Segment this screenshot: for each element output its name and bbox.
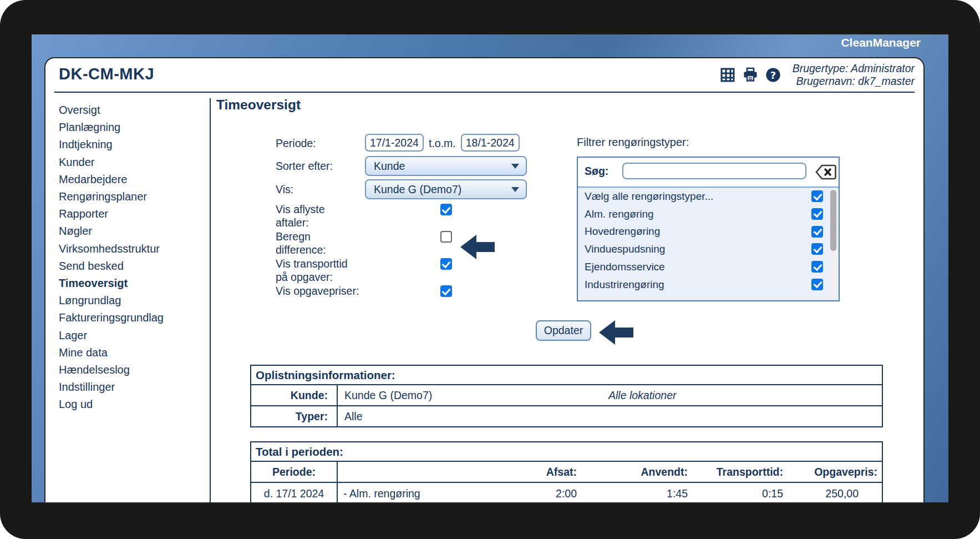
sidebar-item-faktureringsgrundlag[interactable]: Faktureringsgrundlag (59, 309, 204, 326)
header-tools: ? Brugertype: Administrator Brugernavn: … (720, 59, 915, 90)
filter-item-hovedrengoring[interactable]: Hovedrengøring (578, 223, 839, 241)
sidebar-item-mine-data[interactable]: Mine data (59, 344, 204, 361)
periode-row: Periode: t.o.m. (276, 134, 536, 156)
filter-checkbox-alm-rengoring[interactable] (811, 208, 823, 220)
filter-checkbox-industrirengoring[interactable] (811, 279, 823, 290)
cell-periode: d. 17/1 2024 (251, 483, 338, 502)
sidebar-item-lager[interactable]: Lager (59, 327, 204, 344)
cell-type: - Alm. rengøring (338, 483, 467, 502)
info-table-title: Oplistningsinformationer: (251, 366, 882, 385)
sidebar-item-log-ud[interactable]: Log ud (59, 396, 204, 413)
sidebar-item-rapporter[interactable]: Rapporter (59, 205, 204, 223)
clear-search-icon[interactable] (815, 164, 836, 180)
brand-logo: CleanManager (841, 36, 921, 49)
periode-label: Periode: (276, 134, 360, 153)
checkbox-beregn-difference[interactable] (440, 231, 452, 243)
sidebar-item-longrundlag[interactable]: Løngrundlag (59, 292, 204, 309)
col-header-transporttid: Transporttid: (689, 462, 784, 482)
print-icon[interactable] (743, 67, 758, 83)
chevron-down-icon (511, 164, 519, 169)
filter-item-label: Vinduespudsning (585, 243, 665, 255)
col-header-type (338, 462, 467, 482)
tom-label: t.o.m. (429, 134, 456, 153)
vis-row: Vis: Kunde G (Demo7) (276, 179, 536, 203)
info-kunde-note: Alle lokationer (608, 385, 676, 405)
user-info: Brugertype: Administrator Brugernavn: dk… (793, 62, 915, 88)
sidebar-item-send-besked[interactable]: Send besked (59, 258, 204, 275)
filter-list: Vælg alle rengøringstyper... Alm. rengør… (578, 188, 839, 300)
col-header-periode: Periode: (251, 462, 338, 482)
filter-item-label: Ejendomsservice (585, 261, 665, 273)
total-table: Total i perioden: Periode: Afsat: Anvend… (250, 441, 883, 502)
filter-checkbox-select-all[interactable] (811, 190, 823, 202)
sidebar-item-rengoringsplaner[interactable]: Rengøringsplaner (59, 188, 204, 205)
sorter-select[interactable]: Kunde (365, 156, 527, 176)
sidebar-item-planlaegning[interactable]: Planlægning (59, 119, 204, 136)
filter-item-label: Alm. rengøring (585, 208, 654, 220)
filter-item-industrirengoring[interactable]: Industrirengøring (578, 276, 839, 294)
col-header-afsat: Afsat: (467, 462, 578, 482)
filter-item-label: Vælg alle rengøringstyper... (585, 190, 713, 203)
vis-select[interactable]: Kunde G (Demo7) (365, 179, 527, 199)
filter-item-ejendomsservice[interactable]: Ejendomsservice (578, 258, 839, 276)
filter-search-row: Søg: (578, 158, 839, 188)
cell-transporttid: 0:15 (689, 483, 784, 502)
callout-arrow-opdater-icon (599, 320, 633, 345)
help-icon[interactable]: ? (765, 67, 781, 83)
sidebar-item-indstillinger[interactable]: Indstillinger (59, 379, 204, 396)
cell-opgavepris: 250,00 (784, 483, 882, 502)
periode-controls: t.o.m. (365, 134, 527, 153)
svg-text:?: ? (770, 69, 775, 81)
check-label-opgavepriser: Vis opgavepriser: (276, 284, 360, 298)
filter-item-alm-rengoring[interactable]: Alm. rengøring (578, 205, 839, 223)
filter-item-label: Industrirengøring (585, 279, 664, 291)
info-row-label: Kunde: (251, 385, 338, 405)
callout-arrow-beregn-icon (460, 235, 495, 259)
sidebar-item-kunder[interactable]: Kunder (59, 154, 204, 171)
filter-box: Søg: Vælg alle rengøringstyper... Alm. r… (577, 157, 840, 301)
update-button[interactable]: Opdater (536, 320, 591, 341)
sidebar-item-timeoversigt[interactable]: Timeoversigt (59, 275, 204, 292)
check-row-opgavepriser: Vis opgavepriser: (276, 284, 536, 311)
sidebar-item-oversigt[interactable]: Oversigt (59, 102, 204, 119)
sidebar-item-haendelseslog[interactable]: Hændelseslog (59, 361, 204, 379)
search-input[interactable] (622, 163, 806, 179)
vis-label: Vis: (276, 179, 360, 203)
cell-afsat: 2:00 (467, 483, 578, 502)
search-label: Søg: (585, 165, 608, 178)
check-label-aflyste: Vis aflyste aftaler: (276, 203, 360, 229)
info-row-value: Alle (338, 406, 882, 426)
info-row-label: Typer: (251, 406, 338, 426)
table-view-icon[interactable] (720, 67, 735, 83)
filter-scrollbar[interactable] (830, 189, 836, 299)
filter-title: Filtrer rengøringstyper: (577, 136, 689, 149)
sorter-label: Sorter efter: (276, 156, 360, 179)
sidebar-divider (210, 98, 211, 502)
table-row: Kunde: Kunde G (Demo7) Alle lokationer (251, 385, 882, 405)
periode-from-input[interactable] (365, 134, 424, 152)
sidebar-nav: Oversigt Planlægning Indtjekning Kunder … (59, 102, 204, 414)
sidebar-item-medarbejdere[interactable]: Medarbejdere (59, 171, 204, 188)
sidebar-item-nogler[interactable]: Nøgler (59, 223, 204, 240)
content-panel: DK-CM-MKJ ? Brugertype: Administrator (45, 58, 923, 502)
filter-checkbox-vinduespudsning[interactable] (811, 243, 823, 255)
screen: CleanManager DK-CM-MKJ ? (0, 0, 980, 539)
checkbox-vis-opgavepriser[interactable] (440, 285, 452, 297)
table-row: d. 17/1 2024 - Alm. rengøring 2:00 1:45 … (251, 483, 882, 502)
filter-scrollbar-thumb[interactable] (830, 190, 836, 251)
periode-to-input[interactable] (461, 134, 520, 152)
filter-checkbox-hovedrengoring[interactable] (811, 226, 823, 238)
info-typer-value: Alle (344, 410, 363, 422)
checkbox-vis-transporttid[interactable] (440, 258, 452, 270)
info-table: Oplistningsinformationer: Kunde: Kunde G… (250, 365, 883, 427)
sidebar-item-virksomhedsstruktur[interactable]: Virksomhedsstruktur (59, 240, 204, 258)
sidebar-item-indtjekning[interactable]: Indtjekning (59, 136, 204, 153)
chevron-down-icon (511, 187, 519, 192)
filter-checkbox-ejendomsservice[interactable] (811, 261, 823, 273)
info-row-value: Kunde G (Demo7) Alle lokationer (338, 385, 882, 405)
table-row: Typer: Alle (251, 405, 882, 426)
filter-item-vinduespudsning[interactable]: Vinduespudsning (578, 240, 839, 258)
checkbox-vis-aflyste[interactable] (440, 204, 452, 215)
check-row-beregn: Beregn difference: (276, 230, 536, 257)
filter-item-select-all[interactable]: Vælg alle rengøringstyper... (578, 188, 839, 205)
